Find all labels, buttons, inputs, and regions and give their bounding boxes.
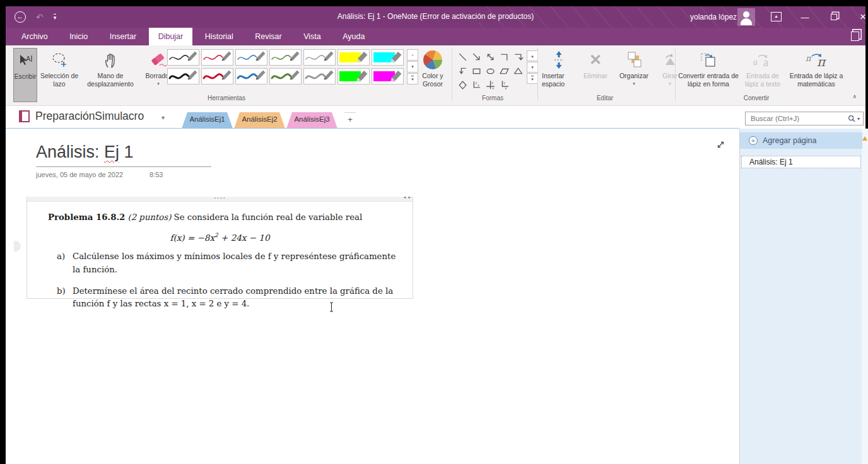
arrange-icon: [614, 48, 654, 72]
shapes-gallery: yx yx yx: [456, 50, 525, 91]
shapes-scroll-down-icon[interactable]: ▾: [527, 62, 538, 72]
panning-hand-button[interactable]: Mano de desplazamiento: [80, 48, 141, 102]
problem-formula: f(x) = −8x2 + 24x − 10: [27, 232, 413, 243]
add-section-tab[interactable]: +: [339, 112, 361, 129]
ink-to-text-icon: aa: [740, 48, 785, 72]
section-tab-analisisej3[interactable]: AnálisisEj3: [286, 112, 337, 129]
section-tab-analisisej1[interactable]: AnálisisEj1: [182, 112, 233, 129]
title-underline: [36, 166, 211, 167]
resize-handle-icon[interactable]: ◂ ▸: [404, 195, 411, 200]
highlighter-cyan[interactable]: [372, 49, 404, 66]
add-page-button[interactable]: + Agregar página: [740, 132, 862, 149]
lasso-select-button[interactable]: Selección de lazo: [40, 48, 79, 102]
collapse-ribbon-icon[interactable]: ∧: [852, 93, 857, 100]
delete-x-icon: ✕: [578, 48, 613, 72]
minimize-button[interactable]: —: [792, 6, 818, 28]
ink-to-shape-icon: [678, 48, 739, 72]
search-dropdown-icon[interactable]: ▾: [855, 116, 863, 122]
pen-black-thin[interactable]: [167, 49, 199, 66]
svg-text:x: x: [505, 86, 507, 90]
maximize-restore-button[interactable]: [821, 6, 847, 28]
avatar[interactable]: [737, 8, 755, 26]
svg-text:y: y: [503, 81, 505, 84]
note-move-handle[interactable]: ···· ◂ ▸: [27, 197, 413, 202]
problem-heading: Problema 16.8.2 (2 puntos) Se considera …: [48, 211, 401, 224]
highlighter-magenta[interactable]: [372, 68, 404, 84]
svg-text:x: x: [492, 86, 494, 90]
corner-arrow-shape-icon[interactable]: [512, 50, 525, 64]
group-separator: [452, 48, 452, 101]
panel-scrollbar[interactable]: [862, 129, 868, 464]
tab-inicio[interactable]: Inicio: [60, 28, 97, 45]
page-date: jueves, 05 de mayo de 2022: [36, 171, 123, 178]
search-input[interactable]: [746, 115, 848, 122]
pen-green-thin[interactable]: [269, 49, 302, 66]
highlighter-yellow[interactable]: [337, 49, 370, 66]
write-cursor-icon: A: [14, 49, 37, 72]
axes-corner-shape-icon[interactable]: yx: [498, 78, 511, 91]
frame-top: [0, 0, 868, 6]
shapes-gallery-scroll: ▴ ▾ ▾: [527, 50, 538, 84]
tab-dibujar[interactable]: Dibujar: [149, 28, 193, 45]
ribbon-tab-row: Archivo Inicio Insertar Dibujar Historia…: [6, 28, 865, 45]
pen-red-thin[interactable]: [201, 49, 233, 66]
highlighter-green[interactable]: [337, 68, 370, 84]
pen-blue-thin[interactable]: [235, 49, 267, 66]
pages-copy-icon[interactable]: [851, 32, 859, 41]
notebook-dropdown-icon[interactable]: ▾: [161, 114, 165, 121]
page-list-item[interactable]: Análisis: Ej 1: [741, 156, 861, 168]
hand-icon: [80, 48, 141, 72]
axes-quadrant-shape-icon[interactable]: yx: [470, 78, 483, 91]
arrow-diagonal-double-shape-icon[interactable]: [484, 50, 497, 64]
axes-cross-shape-icon[interactable]: yx: [484, 78, 497, 91]
page-time: 8:53: [150, 171, 163, 178]
page-canvas[interactable]: Análisis: Ej 1 jueves, 05 de mayo de 202…: [6, 129, 739, 464]
color-wheel-icon: [423, 50, 442, 69]
pen-green-thick[interactable]: [269, 68, 302, 84]
color-thickness-button[interactable]: Color y Grosor: [417, 48, 449, 102]
group-label-formas: Formas: [455, 95, 531, 102]
pen-blue-thick[interactable]: [235, 68, 267, 84]
pen-black-thick[interactable]: [167, 68, 199, 84]
frame-left: [0, 0, 6, 464]
tab-ayuda[interactable]: Ayuda: [333, 28, 374, 45]
note-container[interactable]: ···· ◂ ▸ Problema 16.8.2 (2 puntos) Se c…: [26, 197, 413, 299]
pen-gray-thick[interactable]: [303, 68, 336, 84]
pen-red-thick[interactable]: [201, 68, 233, 84]
shapes-gallery-more-icon[interactable]: ▾: [527, 73, 538, 84]
avatar-head-icon: [743, 11, 749, 18]
triangle-shape-icon[interactable]: [512, 64, 525, 78]
diagonal-line-shape-icon[interactable]: [456, 50, 469, 64]
lasso-icon: [40, 48, 79, 72]
expand-page-icon[interactable]: [716, 140, 725, 149]
section-tab-analisisej2[interactable]: AnálisisEj2: [234, 112, 285, 129]
ellipse-shape-icon[interactable]: [484, 64, 497, 78]
misspelled-word: Ej: [104, 142, 119, 161]
tab-revisar[interactable]: Revisar: [245, 28, 291, 45]
search-icon: [848, 114, 855, 123]
ribbon-display-options-icon[interactable]: ▴: [771, 12, 782, 21]
restore-icon: [831, 14, 837, 20]
write-tool-button[interactable]: A Escribir: [13, 48, 37, 102]
page-title[interactable]: Análisis: Ej 1: [36, 142, 134, 162]
diamond-shape-icon[interactable]: [456, 78, 469, 91]
shapes-scroll-up-icon[interactable]: ▴: [527, 50, 538, 61]
arrow-se-shape-icon[interactable]: [470, 50, 483, 64]
svg-text:π: π: [817, 54, 827, 69]
corner-shape-icon[interactable]: [498, 50, 511, 64]
pen-gray-thin[interactable]: [303, 49, 336, 66]
tab-insertar[interactable]: Insertar: [100, 28, 146, 45]
tab-historial[interactable]: Historial: [196, 28, 243, 45]
group-separator: [675, 48, 676, 101]
search-box[interactable]: ▾: [745, 112, 864, 125]
rectangle-shape-icon[interactable]: [470, 64, 483, 78]
arrange-dropdown-icon[interactable]: ▾: [614, 81, 654, 86]
arrow-hook-left-shape-icon[interactable]: [456, 64, 469, 78]
notebook-name[interactable]: PreparaciónSimulacro: [35, 110, 144, 123]
tab-archivo[interactable]: Archivo: [12, 28, 57, 45]
parallelogram-shape-icon[interactable]: [498, 64, 511, 78]
user-name[interactable]: yolanda lópez: [690, 13, 737, 21]
svg-text:A: A: [26, 55, 31, 62]
grip-dots-icon: ····: [214, 194, 226, 203]
tab-vista[interactable]: Vista: [294, 28, 331, 45]
